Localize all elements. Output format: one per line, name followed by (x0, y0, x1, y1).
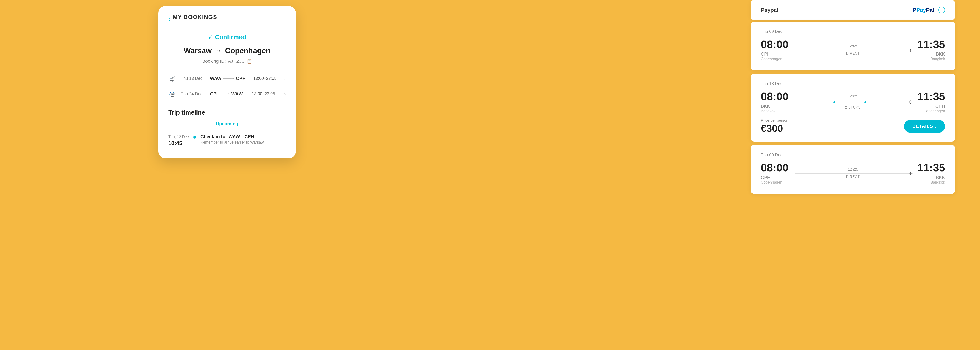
details-btn-chevron-icon: › (935, 124, 937, 129)
from-code-3: CPH (761, 175, 789, 180)
timeline-time: 10:45 (168, 140, 189, 146)
flight-result-card-3: Thu 09 Dec 08:00 CPH Copenhagen 12h25 ✈ … (751, 145, 955, 194)
mobile-booking-card: ‹ MY BOOKINGS ✓ Confirmed Warsaw ↔ Copen… (158, 6, 296, 158)
stops-label-2: 2 STOPS (845, 106, 861, 110)
card-header: ‹ MY BOOKINGS (158, 6, 296, 25)
check-icon: ✓ (208, 34, 213, 41)
timeline-item: Thu, 12 Dec 10:45 Check-in for WAW→CPH R… (168, 130, 286, 150)
flight-from-2: CPH (210, 91, 220, 97)
timeline-sub: Remember to arrive earlier to Warsaw (200, 140, 280, 145)
timeline-title: Trip timeline (168, 109, 286, 116)
flight-to-2: WAW (231, 91, 243, 97)
result-date-2: Thu 13 Dec (761, 81, 945, 86)
flight-detail-row-3: 08:00 CPH Copenhagen 12h25 ✈ DIRECT 11:3… (761, 161, 945, 185)
price-amount: €300 (761, 123, 788, 134)
timeline-event: Check-in for WAW→CPH (200, 134, 280, 139)
arrive-time-1: 11:35 (917, 38, 945, 51)
depart-time-3: 08:00 (761, 161, 789, 174)
depart-time-1: 08:00 (761, 38, 789, 51)
flight-time-1: 13:00–23:05 (253, 76, 277, 81)
flight-date-1: Thu 13 Dec (181, 76, 206, 81)
back-button[interactable]: ‹ (168, 16, 170, 22)
timeline-dot-icon (193, 136, 196, 138)
right-panel: Paypal PPayPal Thu 09 Dec 08:00 CPH Cope… (751, 0, 955, 197)
to-name-1: Bangkok (917, 57, 945, 61)
booking-id-row: Booking ID: AJK23C 📋 (168, 59, 286, 64)
copy-icon[interactable]: 📋 (247, 59, 252, 64)
confirmed-badge: ✓ Confirmed (168, 33, 286, 41)
flight-to-1: CPH (236, 76, 246, 81)
route-title: Warsaw ↔ Copenhagen (168, 46, 286, 55)
departure-plane-icon: 🛫 (168, 75, 177, 82)
flight-detail-row-1: 08:00 CPH Copenhagen 12h25 ✈ DIRECT 11:3… (761, 38, 945, 61)
duration-line-1: ✈ (795, 50, 911, 51)
route-to: Copenhagen (225, 46, 270, 55)
from-code-1: CPH (761, 51, 789, 57)
timeline-content: Check-in for WAW→CPH Remember to arrive … (200, 134, 280, 145)
flight-chevron-2[interactable]: › (284, 91, 286, 97)
to-name-2: Copenhagen (917, 109, 945, 113)
route-arrows-icon: ↔ (215, 47, 222, 55)
paypal-label: Paypal (761, 7, 778, 13)
from-name-2: Bangkok (761, 109, 789, 113)
depart-time-2: 08:00 (761, 90, 789, 103)
flight-row-2: 🛬 Thu 24 Dec CPH - - → WAW 13:00–23:05 › (168, 86, 286, 102)
duration-text-1: 12h25 (848, 44, 858, 48)
paypal-radio[interactable] (938, 7, 945, 13)
from-name-1: Copenhagen (761, 57, 789, 61)
paypal-card: Paypal PPayPal (751, 0, 955, 20)
duration-area-2: 12h25 ✈ 2 STOPS (789, 94, 917, 110)
duration-area-1: 12h25 ✈ DIRECT (789, 44, 917, 56)
direct-line-1 (795, 50, 911, 51)
timeline-date: Thu, 12 Dec (168, 134, 189, 140)
direct-label-3: DIRECT (846, 175, 860, 179)
trip-timeline: Trip timeline Upcoming Thu, 12 Dec 10:45… (168, 109, 286, 150)
to-name-3: Bangkok (917, 180, 945, 185)
from-code-2: BKK (761, 103, 789, 109)
flight-result-card-2: Thu 13 Dec 08:00 BKK Bangkok 12h25 ✈ 2 S… (751, 74, 955, 142)
flight-row: 🛫 Thu 13 Dec WAW ——→ CPH 13:00–23:05 › (168, 71, 286, 86)
booking-id-label: Booking ID: (202, 59, 226, 64)
price-details-row: Price per person €300 DETAILS › (761, 118, 945, 134)
result-date-3: Thu 09 Dec (761, 153, 945, 157)
booking-id-value: AJK23C (228, 59, 245, 64)
timeline-chevron-icon[interactable]: › (284, 135, 286, 141)
flight-time-2: 13:00–23:05 (252, 91, 275, 96)
to-code-2: CPH (917, 103, 945, 109)
result-date-1: Thu 09 Dec (761, 29, 945, 34)
plane-icon-1: ✈ (908, 48, 913, 53)
flight-route-2: CPH - - → WAW (210, 91, 243, 97)
flight-arrow-icon-2: - - → (221, 92, 229, 96)
page-title: MY BOOKINGS (173, 14, 217, 25)
duration-area-3: 12h25 ✈ DIRECT (789, 167, 917, 179)
duration-text-3: 12h25 (848, 167, 858, 172)
confirmed-text: Confirmed (215, 33, 246, 41)
plane-icon-3: ✈ (908, 171, 913, 177)
flight-from-1: WAW (210, 76, 221, 81)
to-code-3: BKK (917, 175, 945, 180)
direct-line-3 (795, 173, 911, 174)
price-label: Price per person (761, 118, 788, 123)
card-body: ✓ Confirmed Warsaw ↔ Copenhagen Booking … (158, 25, 296, 158)
details-btn-label: DETAILS (912, 124, 933, 129)
flight-result-card-1: Thu 09 Dec 08:00 CPH Copenhagen 12h25 ✈ … (751, 22, 955, 70)
paypal-logo: PPayPal (913, 7, 934, 13)
direct-label-1: DIRECT (846, 52, 860, 56)
flight-route-1: WAW ——→ CPH (210, 76, 246, 81)
flight-detail-row-2: 08:00 BKK Bangkok 12h25 ✈ 2 STOPS 11:35 … (761, 90, 945, 113)
to-code-1: BKK (917, 51, 945, 57)
upcoming-badge: Upcoming (168, 121, 286, 126)
duration-line-3: ✈ (795, 173, 911, 174)
arrival-plane-icon: 🛬 (168, 91, 177, 97)
details-button[interactable]: DETAILS › (904, 120, 945, 133)
flight-chevron-1[interactable]: › (284, 76, 286, 81)
route-from: Warsaw (184, 46, 212, 55)
arrive-time-2: 11:35 (917, 90, 945, 103)
arrive-time-3: 11:35 (917, 161, 945, 174)
flight-arrow-icon-1: ——→ (223, 76, 234, 81)
paypal-logo-area: PPayPal (913, 7, 945, 13)
flight-date-2: Thu 24 Dec (181, 91, 206, 96)
duration-text-2: 12h25 (848, 94, 858, 99)
from-name-3: Copenhagen (761, 180, 789, 185)
